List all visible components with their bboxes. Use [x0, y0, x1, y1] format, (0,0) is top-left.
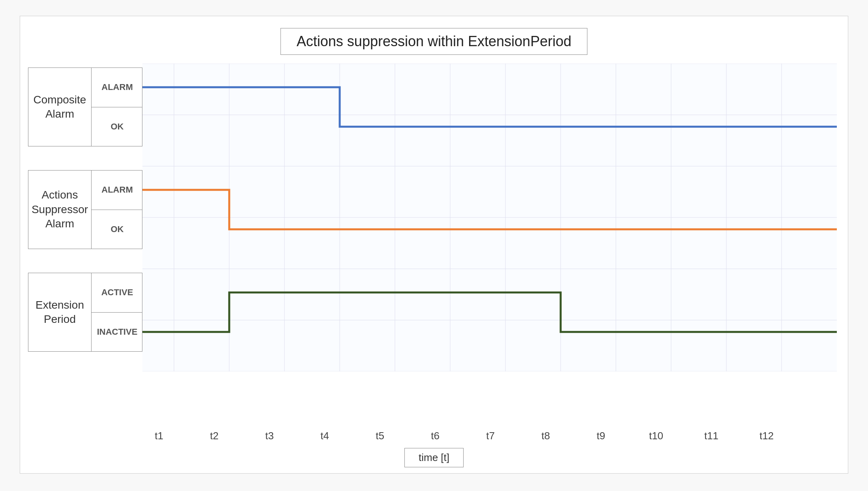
- time-label-t6: t6: [431, 430, 440, 442]
- time-label-t3: t3: [265, 430, 274, 442]
- main-container: Actions suppression within ExtensionPeri…: [0, 0, 868, 491]
- time-unit-box: time [t]: [404, 448, 464, 467]
- extension-period-low: INACTIVE: [92, 313, 143, 352]
- extension-period-high: ACTIVE: [92, 273, 143, 313]
- actions-suppressor-panel: ActionsSuppressorAlarm ALARM OK: [28, 170, 142, 249]
- composite-alarm-states: ALARM OK: [92, 68, 143, 146]
- time-label-t4: t4: [320, 430, 329, 442]
- chart-svg: [142, 64, 837, 371]
- extension-period-panel: ExtensionPeriod ACTIVE INACTIVE: [28, 273, 142, 352]
- chart-wrapper: Actions suppression within ExtensionPeri…: [20, 16, 848, 474]
- composite-alarm-high: ALARM: [92, 68, 143, 107]
- extension-period-states: ACTIVE INACTIVE: [92, 273, 143, 351]
- composite-alarm-low: OK: [92, 107, 143, 146]
- composite-alarm-panel: CompositeAlarm ALARM OK: [28, 67, 142, 146]
- actions-suppressor-label: ActionsSuppressorAlarm: [28, 171, 92, 249]
- time-label-t7: t7: [486, 430, 495, 442]
- time-label-t8: t8: [541, 430, 550, 442]
- actions-suppressor-high: ALARM: [92, 171, 143, 210]
- composite-alarm-label: CompositeAlarm: [28, 68, 92, 146]
- time-label-t5: t5: [376, 430, 384, 442]
- time-axis: t1 t2 t3 t4 t5 t6 t7 t8 t9 t10 t11 t12: [142, 430, 840, 446]
- actions-suppressor-states: ALARM OK: [92, 171, 143, 249]
- time-label-t2: t2: [210, 430, 219, 442]
- extension-period-label: ExtensionPeriod: [28, 273, 92, 351]
- time-label-t12: t12: [760, 430, 774, 442]
- time-label-t11: t11: [704, 430, 718, 442]
- time-label-t10: t10: [649, 430, 663, 442]
- actions-suppressor-low: OK: [92, 210, 143, 249]
- time-label-t9: t9: [597, 430, 605, 442]
- time-label-t1: t1: [155, 430, 163, 442]
- chart-title: Actions suppression within ExtensionPeri…: [281, 28, 587, 55]
